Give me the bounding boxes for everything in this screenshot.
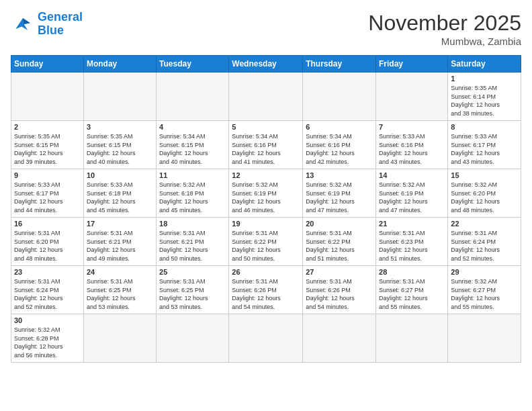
weekday-header-saturday: Saturday [448,56,521,73]
calendar-cell [83,73,156,121]
day-number: 12 [232,171,300,179]
day-number: 20 [306,220,373,228]
calendar-cell: 29Sunrise: 5:32 AMSunset: 6:27 PMDayligh… [448,266,521,314]
calendar-cell [376,314,448,363]
day-number: 23 [14,268,81,276]
calendar-cell: 19Sunrise: 5:31 AMSunset: 6:22 PMDayligh… [229,218,303,266]
day-info: Sunrise: 5:31 AMSunset: 6:20 PMDaylight:… [14,229,81,263]
week-row-2: 2Sunrise: 5:35 AMSunset: 6:15 PMDaylight… [11,121,521,169]
day-info: Sunrise: 5:31 AMSunset: 6:26 PMDaylight:… [306,277,373,311]
day-info: Sunrise: 5:31 AMSunset: 6:24 PMDaylight:… [14,277,81,311]
calendar-cell: 4Sunrise: 5:34 AMSunset: 6:15 PMDaylight… [157,121,229,169]
calendar-cell: 15Sunrise: 5:32 AMSunset: 6:20 PMDayligh… [448,169,521,218]
day-info: Sunrise: 5:31 AMSunset: 6:21 PMDaylight:… [159,229,226,263]
calendar-cell: 30Sunrise: 5:32 AMSunset: 6:28 PMDayligh… [11,314,84,363]
calendar-table: SundayMondayTuesdayWednesdayThursdayFrid… [11,55,521,363]
location: Mumbwa, Zambia [368,36,521,47]
calendar-cell [448,314,521,363]
calendar-cell: 22Sunrise: 5:31 AMSunset: 6:24 PMDayligh… [448,218,521,266]
day-info: Sunrise: 5:31 AMSunset: 6:22 PMDaylight:… [232,229,300,263]
day-info: Sunrise: 5:31 AMSunset: 6:22 PMDaylight:… [306,229,373,263]
calendar-cell [376,73,448,121]
day-number: 13 [306,171,373,179]
day-info: Sunrise: 5:31 AMSunset: 6:27 PMDaylight:… [379,277,445,311]
day-number: 5 [232,123,300,131]
calendar-cell: 18Sunrise: 5:31 AMSunset: 6:21 PMDayligh… [157,218,229,266]
calendar-cell: 12Sunrise: 5:32 AMSunset: 6:19 PMDayligh… [229,169,303,218]
title-block: November 2025 Mumbwa, Zambia [368,11,521,47]
day-info: Sunrise: 5:35 AMSunset: 6:15 PMDaylight:… [14,132,81,166]
calendar-cell: 5Sunrise: 5:34 AMSunset: 6:16 PMDaylight… [229,121,303,169]
day-number: 6 [306,123,373,131]
day-info: Sunrise: 5:34 AMSunset: 6:16 PMDaylight:… [232,132,300,166]
day-number: 19 [232,220,300,228]
day-number: 7 [379,123,445,131]
day-info: Sunrise: 5:32 AMSunset: 6:27 PMDaylight:… [451,277,518,311]
calendar-cell [157,314,229,363]
weekday-header-tuesday: Tuesday [157,56,229,73]
weekday-header-sunday: Sunday [11,56,84,73]
calendar-cell: 1Sunrise: 5:35 AMSunset: 6:14 PMDaylight… [448,73,521,121]
calendar-cell: 8Sunrise: 5:33 AMSunset: 6:17 PMDaylight… [448,121,521,169]
calendar-cell: 3Sunrise: 5:35 AMSunset: 6:15 PMDaylight… [83,121,156,169]
svg-marker-1 [23,18,30,24]
calendar-cell: 27Sunrise: 5:31 AMSunset: 6:26 PMDayligh… [303,266,376,314]
day-number: 11 [159,171,226,179]
day-number: 28 [379,268,445,276]
day-number: 25 [159,268,226,276]
calendar-cell: 25Sunrise: 5:31 AMSunset: 6:25 PMDayligh… [157,266,229,314]
day-number: 26 [232,268,300,276]
calendar-cell: 10Sunrise: 5:33 AMSunset: 6:18 PMDayligh… [83,169,156,218]
day-number: 4 [159,123,226,131]
calendar-cell: 20Sunrise: 5:31 AMSunset: 6:22 PMDayligh… [303,218,376,266]
calendar-cell: 17Sunrise: 5:31 AMSunset: 6:21 PMDayligh… [83,218,156,266]
day-number: 10 [87,171,153,179]
calendar-cell: 21Sunrise: 5:31 AMSunset: 6:23 PMDayligh… [376,218,448,266]
day-number: 29 [451,268,518,276]
weekday-header-thursday: Thursday [303,56,376,73]
day-info: Sunrise: 5:35 AMSunset: 6:15 PMDaylight:… [87,132,153,166]
month-title: November 2025 [368,11,521,36]
calendar-cell: 28Sunrise: 5:31 AMSunset: 6:27 PMDayligh… [376,266,448,314]
day-number: 9 [14,171,81,179]
day-info: Sunrise: 5:33 AMSunset: 6:17 PMDaylight:… [451,132,518,166]
calendar-cell [11,73,84,121]
page-header: General Blue November 2025 Mumbwa, Zambi… [11,11,521,47]
day-info: Sunrise: 5:31 AMSunset: 6:26 PMDaylight:… [232,277,300,311]
week-row-6: 30Sunrise: 5:32 AMSunset: 6:28 PMDayligh… [11,314,521,363]
calendar-cell [303,314,376,363]
calendar-cell [229,314,303,363]
day-info: Sunrise: 5:33 AMSunset: 6:16 PMDaylight:… [379,132,445,166]
day-number: 15 [451,171,518,179]
day-info: Sunrise: 5:32 AMSunset: 6:18 PMDaylight:… [159,181,226,214]
day-info: Sunrise: 5:32 AMSunset: 6:19 PMDaylight:… [232,181,300,214]
calendar-cell: 6Sunrise: 5:34 AMSunset: 6:16 PMDaylight… [303,121,376,169]
day-number: 8 [451,123,518,131]
day-number: 2 [14,123,81,131]
logo-icon [11,12,35,36]
day-info: Sunrise: 5:32 AMSunset: 6:28 PMDaylight:… [14,326,81,359]
day-info: Sunrise: 5:31 AMSunset: 6:21 PMDaylight:… [87,229,153,263]
week-row-5: 23Sunrise: 5:31 AMSunset: 6:24 PMDayligh… [11,266,521,314]
calendar-cell: 26Sunrise: 5:31 AMSunset: 6:26 PMDayligh… [229,266,303,314]
day-info: Sunrise: 5:32 AMSunset: 6:19 PMDaylight:… [379,181,445,214]
logo-text: General Blue [38,11,83,38]
day-number: 1 [451,75,518,83]
calendar-cell: 24Sunrise: 5:31 AMSunset: 6:25 PMDayligh… [83,266,156,314]
calendar-cell [303,73,376,121]
day-info: Sunrise: 5:34 AMSunset: 6:15 PMDaylight:… [159,132,226,166]
week-row-1: 1Sunrise: 5:35 AMSunset: 6:14 PMDaylight… [11,73,521,121]
day-info: Sunrise: 5:32 AMSunset: 6:20 PMDaylight:… [451,181,518,214]
calendar-cell: 14Sunrise: 5:32 AMSunset: 6:19 PMDayligh… [376,169,448,218]
weekday-header-friday: Friday [376,56,448,73]
week-row-4: 16Sunrise: 5:31 AMSunset: 6:20 PMDayligh… [11,218,521,266]
day-number: 17 [87,220,153,228]
calendar-cell: 7Sunrise: 5:33 AMSunset: 6:16 PMDaylight… [376,121,448,169]
weekday-header-row: SundayMondayTuesdayWednesdayThursdayFrid… [11,56,521,73]
calendar-cell: 2Sunrise: 5:35 AMSunset: 6:15 PMDaylight… [11,121,84,169]
calendar-cell: 11Sunrise: 5:32 AMSunset: 6:18 PMDayligh… [157,169,229,218]
day-info: Sunrise: 5:31 AMSunset: 6:23 PMDaylight:… [379,229,445,263]
calendar-cell [83,314,156,363]
day-number: 24 [87,268,153,276]
logo: General Blue [11,11,83,38]
